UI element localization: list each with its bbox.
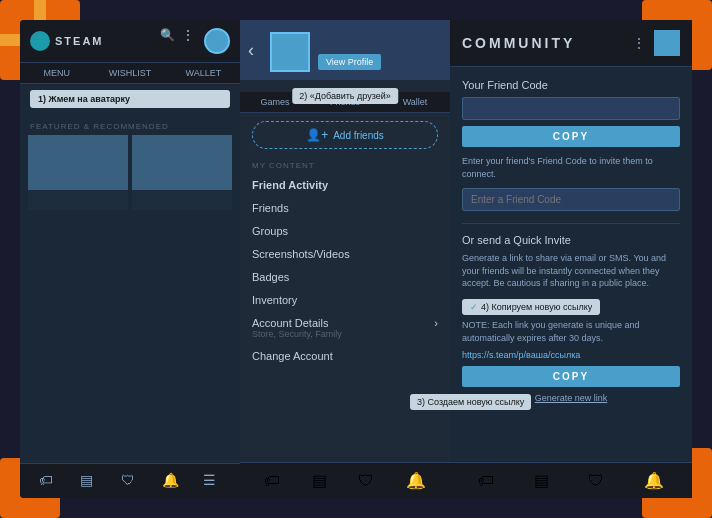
- featured-card-1: [28, 135, 128, 210]
- friend-code-input[interactable]: [462, 188, 680, 211]
- community-title: COMMUNITY: [462, 35, 575, 51]
- featured-card-2-info: [132, 190, 232, 210]
- add-friends-tooltip: 2) «Добавить друзей»: [292, 88, 398, 104]
- add-friends-label: Add friends: [333, 130, 384, 141]
- view-profile-button[interactable]: View Profile: [318, 54, 381, 70]
- your-friend-code-label: Your Friend Code: [462, 79, 680, 91]
- add-friends-button[interactable]: 👤+ Add friends: [252, 121, 438, 149]
- community-bottom-bar: 🏷 ▤ 🛡 🔔: [450, 462, 692, 498]
- menu-item-inventory[interactable]: Inventory: [252, 289, 438, 312]
- search-icon[interactable]: 🔍: [160, 28, 176, 44]
- featured-card-1-info: [28, 190, 128, 210]
- steam-panel: STEAM 🔍 ⋮ MENU WISHLIST WALLET 1) Жмем н…: [20, 20, 240, 498]
- community-panel: COMMUNITY ⋮ Your Friend Code COPY Enter …: [450, 20, 692, 498]
- arrow-icon: ›: [434, 317, 438, 329]
- steam-logo-icon: [30, 31, 50, 51]
- quick-invite-description: Generate a link to share via email or SM…: [462, 252, 680, 290]
- bell-icon-community[interactable]: 🔔: [644, 471, 664, 490]
- hamburger-icon[interactable]: ☰: [203, 472, 221, 490]
- menu-item-badges[interactable]: Badges: [252, 266, 438, 289]
- tag-icon-friend[interactable]: 🏷: [264, 472, 280, 490]
- quick-invite-label: Or send a Quick Invite: [462, 234, 680, 246]
- friend-bottom-bar: 🏷 ▤ 🛡 🔔: [240, 462, 450, 498]
- friend-panel-header: ‹ View Profile: [240, 20, 450, 80]
- shield-icon[interactable]: 🛡: [121, 472, 139, 490]
- menu-item-account-details[interactable]: Account Details › Store, Security, Famil…: [252, 312, 438, 345]
- featured-card-2-image: [132, 135, 232, 190]
- list-icon-friend[interactable]: ▤: [312, 471, 327, 490]
- shield-icon-friend[interactable]: 🛡: [358, 472, 374, 490]
- featured-card-2: [132, 135, 232, 210]
- friend-panel: ‹ View Profile 2) «Добавить друзей» Game…: [240, 20, 450, 498]
- nav-wishlist[interactable]: WISHLIST: [93, 63, 166, 83]
- steam-header: STEAM 🔍 ⋮: [20, 20, 240, 63]
- friend-code-description: Enter your friend's Friend Code to invit…: [462, 155, 680, 180]
- tag-icon-community[interactable]: 🏷: [478, 472, 494, 490]
- bell-icon[interactable]: 🔔: [162, 472, 180, 490]
- featured-cards: [20, 135, 240, 210]
- note-text: NOTE: Each link you generate is unique a…: [462, 319, 680, 344]
- shield-icon-community[interactable]: 🛡: [588, 472, 604, 490]
- menu-item-groups[interactable]: Groups: [252, 220, 438, 243]
- bell-icon-friend[interactable]: 🔔: [406, 471, 426, 490]
- menu-items-list: Friend Activity Friends Groups Screensho…: [240, 174, 450, 368]
- list-icon[interactable]: ▤: [80, 472, 98, 490]
- copy-button-1[interactable]: COPY: [462, 126, 680, 147]
- menu-dots-icon[interactable]: ⋮: [182, 28, 198, 44]
- list-icon-community[interactable]: ▤: [534, 471, 549, 490]
- nav-wallet[interactable]: WALLET: [167, 63, 240, 83]
- avatar-tooltip: 1) Жмем на аватарку: [30, 90, 230, 108]
- divider: [462, 223, 680, 224]
- friend-code-output[interactable]: [462, 97, 680, 120]
- my-content-label: MY CONTENT: [240, 157, 450, 174]
- community-header: COMMUNITY ⋮: [450, 20, 692, 67]
- menu-item-change-account[interactable]: Change Account: [252, 345, 438, 368]
- invite-link-text: https://s.team/p/ваша/ссылка: [462, 350, 680, 360]
- menu-item-screenshots[interactable]: Screenshots/Videos: [252, 243, 438, 266]
- friend-avatar-large: [270, 32, 310, 72]
- steam-main-content: FEATURED & RECOMMENDED: [20, 114, 240, 463]
- steam-header-icons: 🔍 ⋮: [160, 28, 230, 54]
- copy-confirmed-tooltip: 4) Копируем новую ссылку: [462, 299, 600, 315]
- user-avatar[interactable]: [204, 28, 230, 54]
- account-details-sub: Store, Security, Family: [252, 329, 438, 339]
- menu-item-friend-activity[interactable]: Friend Activity: [252, 174, 438, 197]
- menu-item-friends[interactable]: Friends: [252, 197, 438, 220]
- add-friends-icon: 👤+: [306, 128, 328, 142]
- featured-label: FEATURED & RECOMMENDED: [20, 114, 240, 135]
- community-menu-dots[interactable]: ⋮: [632, 35, 646, 51]
- friend-code-section: Your Friend Code COPY Enter your friend'…: [462, 79, 680, 211]
- back-button[interactable]: ‹: [248, 40, 254, 61]
- create-link-tooltip: 3) Создаем новую ссылку: [410, 394, 531, 410]
- steam-bottom-bar: 🏷 ▤ 🛡 🔔 ☰: [20, 463, 240, 498]
- steam-logo: STEAM: [30, 31, 104, 51]
- account-details-row: Account Details ›: [252, 317, 438, 329]
- steam-nav-tabs: MENU WISHLIST WALLET: [20, 63, 240, 84]
- community-avatar[interactable]: [654, 30, 680, 56]
- nav-menu[interactable]: MENU: [20, 63, 93, 83]
- steam-logo-text: STEAM: [55, 35, 104, 47]
- featured-card-1-image: [28, 135, 128, 190]
- tag-icon[interactable]: 🏷: [39, 472, 57, 490]
- community-header-right: ⋮: [632, 30, 680, 56]
- copy-button-2[interactable]: COPY: [462, 366, 680, 387]
